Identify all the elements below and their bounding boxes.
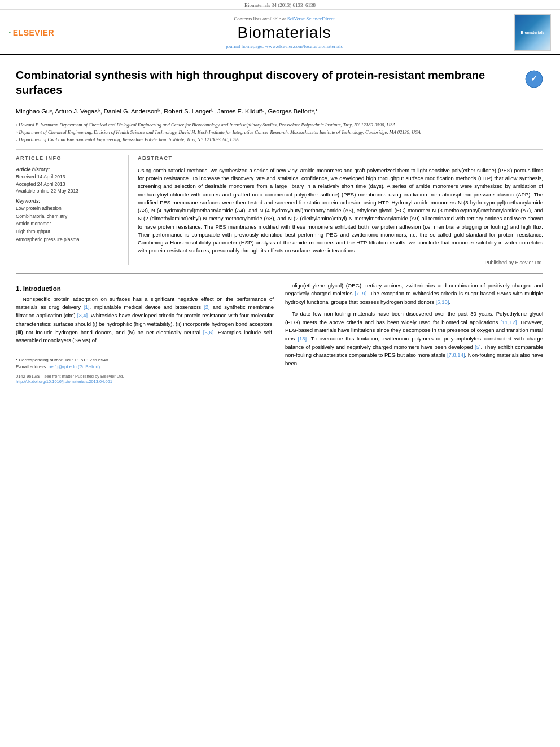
keyword-1: Low protein adhesion [16,205,119,213]
history-label: Article history: [16,167,119,172]
affiliation-c: c Department of Civil and Environmental … [16,137,543,143]
journal-citation: Biomaterials 34 (2013) 6133–6138 [244,2,316,8]
body-left: 1. Introduction Nonspecific protein adso… [16,282,274,384]
email-footnote: E-mail address: belfg@rpi.edu (G. Belfor… [16,364,274,370]
abstract-text: Using combinatorial methods, we synthesi… [138,167,543,255]
corresponding-author: * Corresponding author. Tel.: +1 518 276… [16,357,274,364]
elsevier-logo: ELSEVIER [9,23,54,43]
sciverse-line: Contents lists available at SciVerse Sci… [60,16,509,21]
cite-6[interactable]: [5,10] [436,299,449,305]
section1-title: 1. Introduction [16,285,274,292]
affil-sup-a: a [16,123,18,128]
issn-text: 0142-9612/$ – see front matter Published… [16,374,124,379]
issn-info: 0142-9612/$ – see front matter Published… [16,374,124,384]
keyword-2: Combinatorial chemistry [16,213,119,221]
intro-para-3: To date few non-fouling materials have b… [285,310,543,368]
affil-text-a: Howard P. Isermann Department of Chemica… [19,122,395,128]
affiliation-a: a Howard P. Isermann Department of Chemi… [16,122,543,128]
journal-header: ELSEVIER Contents lists available at Sci… [0,10,560,55]
published-by: Published by Elsevier Ltd. [138,260,543,265]
homepage-line[interactable]: journal homepage: www.elsevier.com/locat… [60,43,509,49]
affil-sup-c: c [16,137,18,143]
journal-name: Biomaterials [60,24,509,42]
keyword-5: Atmospheric pressure plasma [16,236,119,244]
keywords-list: Low protein adhesion Combinatorial chemi… [16,205,119,243]
cite-7[interactable]: [11,12] [500,319,517,325]
keyword-3: Amide monomer [16,220,119,228]
svg-text:✓: ✓ [531,74,537,83]
article-info-col: article info Article history: Received 1… [16,155,129,265]
keyword-4: High throughput [16,228,119,236]
authors-text: Minghao Guᵃ, Arturo J. Vegasᵇ, Daniel G.… [16,108,318,115]
body-right: oligo(ethylene glycol) (OEG), tertiary a… [285,282,543,384]
section1-heading: Introduction [23,285,61,292]
intro-para-1: Nonspecific protein adsorption on surfac… [16,295,274,345]
article-info-heading: article info [16,155,119,163]
svg-point-3 [10,32,11,32]
article-info-abstract: article info Article history: Received 1… [16,150,543,265]
footnotes: * Corresponding author. Tel.: +1 518 276… [16,353,274,370]
affil-sup-b: b [16,130,18,136]
cite-10[interactable]: [7,8,14] [447,352,465,358]
article-content: Combinatorial synthesis with high throug… [0,55,560,390]
journal-thumbnail: Biomaterials [514,14,551,51]
email-link[interactable]: belfg@rpi.edu (G. Belfort). [49,364,102,369]
section1-number: 1. [16,285,21,292]
svg-point-2 [9,32,10,32]
page-wrapper: Biomaterials 34 (2013) 6133–6138 ELSEVIE… [0,0,560,747]
abstract-col: abstract Using combinatorial methods, we… [138,155,543,265]
section-divider [16,273,543,274]
accepted-date: Accepted 24 April 2013 [16,181,119,188]
cite-8[interactable]: [13] [298,335,307,342]
email-label: E-mail address: [16,364,47,369]
affil-text-c: Department of Civil and Environmental En… [19,137,239,143]
cite-2[interactable]: [2] [204,304,210,310]
abstract-heading: abstract [138,155,543,163]
available-date: Available online 22 May 2013 [16,187,119,195]
received-date: Received 14 April 2013 [16,173,119,181]
cite-1[interactable]: [1] [84,304,90,310]
affiliation-b: b Department of Chemical Engineering, Di… [16,129,543,136]
cite-9[interactable]: [5] [475,344,481,350]
body-two-col: 1. Introduction Nonspecific protein adso… [16,279,543,384]
cite-4[interactable]: [5,6] [203,329,214,335]
keywords-label: Keywords: [16,198,119,204]
crossmark-badge[interactable]: ✓ [525,70,543,88]
title-section: Combinatorial synthesis with high throug… [16,61,543,102]
bottom-bar: 0142-9612/$ – see front matter Published… [16,370,274,384]
elsevier-wordmark: ELSEVIER [13,28,54,37]
intro-para-2: oligo(ethylene glycol) (OEG), tertiary a… [285,282,543,307]
crossmark-icon: ✓ [525,70,543,88]
top-banner: Biomaterials 34 (2013) 6133–6138 [0,0,560,10]
article-title: Combinatorial synthesis with high throug… [16,68,525,97]
affiliations-section: a Howard P. Isermann Department of Chemi… [16,120,543,150]
cite-5[interactable]: [7–9] [355,290,366,296]
elsevier-tree-icon [9,23,11,43]
sciverse-link[interactable]: SciVerse ScienceDirect [287,16,335,21]
journal-center: Contents lists available at SciVerse Sci… [60,16,509,49]
affil-text-b: Department of Chemical Engineering, Divi… [19,129,421,136]
doi-link[interactable]: http://dx.doi.org/10.1016/j.biomaterials… [16,379,124,384]
cite-3[interactable]: [3,4] [77,312,88,318]
authors-section: Minghao Guᵃ, Arturo J. Vegasᵇ, Daniel G.… [16,102,543,120]
